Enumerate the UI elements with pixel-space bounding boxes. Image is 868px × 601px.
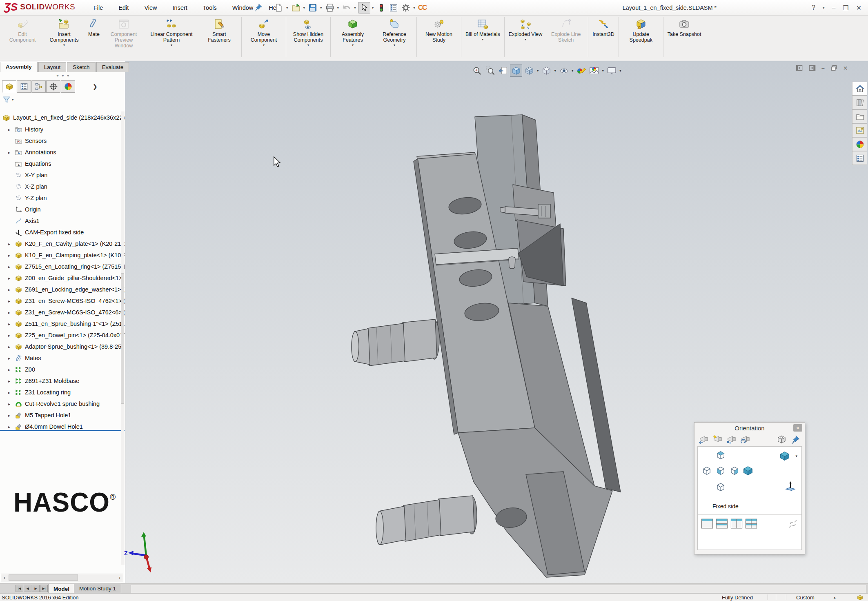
top-view-cube-icon[interactable]: [714, 449, 726, 461]
interference-detection-button[interactable]: [376, 2, 387, 13]
tree-item-mates[interactable]: Mates: [0, 352, 125, 364]
tree-item-xy-plane[interactable]: X-Y plan: [0, 169, 125, 181]
tree-item-cut-revolve[interactable]: Cut-Revolve1 sprue bushing: [0, 398, 125, 410]
menu-tools[interactable]: Tools: [201, 4, 218, 12]
tree-root[interactable]: Layout_1_en_fixed_side (218x246x36x22x5: [0, 111, 125, 124]
previous-view-button[interactable]: [497, 65, 509, 77]
new-dropdown-caret[interactable]: ▾: [286, 6, 288, 10]
menu-insert[interactable]: Insert: [171, 4, 189, 12]
task-pane-design-library[interactable]: [852, 96, 867, 109]
dropdown-caret-icon[interactable]: ▾: [394, 44, 395, 47]
display-style-button[interactable]: [541, 65, 553, 77]
view-orientation-button[interactable]: [523, 65, 535, 77]
task-pane-file-explorer[interactable]: [852, 109, 867, 123]
document-restore-icon[interactable]: [830, 64, 838, 72]
scroll-left-arrow[interactable]: ‹: [1, 575, 8, 581]
tree-item-tapped-hole[interactable]: M5 Tapped Hole1: [0, 410, 125, 421]
tab-dimxpert-manager[interactable]: [46, 80, 60, 93]
expand-arrow-icon[interactable]: [8, 379, 14, 383]
section-view-button[interactable]: [510, 65, 522, 77]
view-settings-button[interactable]: [605, 65, 618, 77]
options-dropdown-caret[interactable]: ▾: [413, 6, 415, 10]
expand-arrow-icon[interactable]: [8, 242, 14, 246]
expand-arrow-icon[interactable]: [8, 333, 14, 338]
update-standard-views-icon[interactable]: [726, 434, 737, 445]
rollback-bar[interactable]: [0, 430, 125, 431]
task-pane-custom-properties[interactable]: [852, 151, 867, 165]
tree-item-folder-locating-ring[interactable]: Z31 Locating ring: [0, 387, 125, 398]
dropdown-caret-icon[interactable]: ▾: [537, 69, 539, 73]
view-selector-cube-icon[interactable]: [777, 434, 787, 445]
help-dropdown-caret[interactable]: ▾: [823, 6, 825, 10]
expand-arrow-icon[interactable]: [8, 322, 14, 326]
select-dropdown-caret[interactable]: ▾: [372, 6, 374, 10]
tree-item-annotations[interactable]: Annotations: [0, 147, 125, 158]
bill-of-materials-button[interactable]: Bill of Materials▾: [463, 16, 503, 42]
tree-item-component[interactable]: K10_F_en_Clamping_plate<1> (K10-2: [0, 249, 125, 261]
nav-last-icon[interactable]: ▶|: [40, 585, 48, 592]
scrollbar-thumb[interactable]: [9, 574, 78, 581]
tree-vertical-scrollbar[interactable]: [121, 111, 125, 565]
tree-item-component[interactable]: Z31_en_Screw-MC6S-ISO_4762<1> (Z: [0, 295, 125, 307]
undo-button[interactable]: [341, 2, 352, 13]
scroll-right-arrow[interactable]: ›: [116, 575, 123, 581]
tab-layout[interactable]: Layout: [38, 62, 67, 72]
menu-window[interactable]: Window: [231, 4, 255, 12]
tab-assembly[interactable]: Assembly: [0, 62, 38, 72]
save-button[interactable]: [307, 2, 318, 13]
show-hidden-components-button[interactable]: Show Hidden Components▾: [287, 16, 329, 47]
single-view-icon[interactable]: [701, 519, 713, 529]
select-button[interactable]: [358, 2, 370, 13]
two-view-vertical-icon[interactable]: [730, 519, 743, 529]
filter-funnel-icon[interactable]: [2, 95, 11, 104]
expand-arrow-icon[interactable]: [8, 127, 14, 132]
new-motion-study-button[interactable]: New Motion Study: [418, 16, 460, 43]
tab-property-manager[interactable]: [17, 80, 31, 93]
cc-badge-button[interactable]: CC: [417, 3, 427, 12]
tree-item-component[interactable]: Z511_en_Sprue_bushing-1"<1> (Z511: [0, 318, 125, 329]
isometric-view-cube-icon[interactable]: [779, 450, 791, 462]
expand-arrow-icon[interactable]: [8, 402, 14, 406]
close-button[interactable]: ✕: [856, 4, 861, 12]
previous-view-camera-icon[interactable]: [699, 434, 709, 445]
reference-geometry-button[interactable]: Reference Geometry▾: [374, 16, 415, 47]
menu-view[interactable]: View: [142, 4, 158, 12]
expand-arrow-icon[interactable]: [8, 356, 14, 361]
smart-fasteners-button[interactable]: Smart Fasteners: [198, 16, 240, 43]
dropdown-caret-icon[interactable]: ▾: [171, 44, 172, 47]
close-icon[interactable]: ✕: [793, 424, 802, 432]
tab-configuration-manager[interactable]: [31, 80, 46, 93]
two-view-horizontal-icon[interactable]: [716, 519, 728, 529]
nav-prev-icon[interactable]: ◀: [24, 585, 31, 592]
dropdown-caret-icon[interactable]: ▾: [63, 44, 65, 47]
new-view-camera-icon[interactable]: [712, 434, 723, 445]
dropdown-caret-icon[interactable]: ▾: [307, 44, 309, 47]
document-minimize-icon[interactable]: –: [821, 65, 825, 71]
undo-dropdown-caret[interactable]: ▾: [354, 6, 356, 10]
expand-arrow-icon[interactable]: [8, 299, 14, 303]
nav-first-icon[interactable]: |◀: [16, 585, 23, 592]
collapse-pane-left-icon[interactable]: [795, 64, 803, 72]
mate-button[interactable]: Mate: [85, 16, 103, 37]
expand-arrow-icon[interactable]: [8, 150, 14, 155]
expand-arrow-icon[interactable]: [8, 310, 14, 315]
move-component-button[interactable]: Move Component▾: [243, 16, 285, 47]
open-button[interactable]: [290, 2, 302, 13]
tree-item-component[interactable]: Z31_en_Screw-MC6S-ISO_4762<6> (Z: [0, 307, 125, 318]
view-dropdown-caret[interactable]: ▾: [795, 454, 797, 458]
update-speedpak-button[interactable]: Update Speedpak: [620, 16, 662, 43]
restore-button[interactable]: ❐: [843, 4, 848, 12]
zoom-to-area-button[interactable]: [484, 65, 496, 77]
linear-component-pattern-button[interactable]: Linear Component Pattern▾: [145, 16, 198, 47]
pin-menu-icon[interactable]: [254, 3, 263, 12]
expand-arrow-icon[interactable]: [8, 287, 14, 292]
document-close-icon[interactable]: ✕: [843, 65, 848, 71]
tree-item-cam-export[interactable]: CAM-Export fixed side: [0, 227, 125, 238]
print-button[interactable]: [324, 2, 336, 13]
edit-appearance-button[interactable]: [575, 65, 588, 77]
expand-arrow-icon[interactable]: [8, 253, 14, 258]
expand-arrow-icon[interactable]: [8, 276, 14, 280]
tree-item-sensors[interactable]: Sensors: [0, 135, 125, 147]
expand-arrow-icon[interactable]: [8, 367, 14, 372]
zoom-to-fit-button[interactable]: [471, 65, 483, 77]
